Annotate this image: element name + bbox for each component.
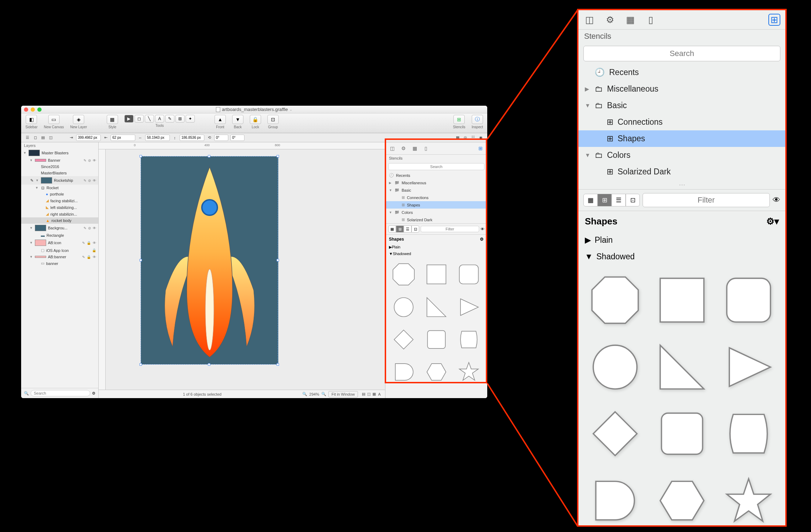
w-input[interactable] — [145, 135, 170, 141]
minimize-button[interactable] — [31, 107, 35, 112]
maximize-button[interactable] — [37, 107, 42, 112]
view-toggle[interactable]: ◉ — [478, 135, 484, 140]
zoom-level[interactable]: 294% — [309, 392, 319, 396]
zoom-stencil-search-input[interactable] — [583, 46, 780, 61]
layers-icon[interactable]: ☰ — [25, 135, 30, 140]
right-stab-row[interactable]: ◢right stabilizin... — [21, 211, 98, 217]
masterblasters-text-row[interactable]: MasterBlasters — [21, 170, 98, 176]
diamond-shape[interactable] — [389, 325, 419, 354]
stamp-tool[interactable]: ✦ — [186, 115, 195, 123]
zoom-star-shape[interactable] — [718, 470, 779, 531]
zoom-roundrect-shape[interactable] — [718, 270, 779, 330]
zoom-recents-row[interactable]: 🕘Recents — [578, 64, 785, 81]
zoom-view-list[interactable]: ☰ — [612, 194, 626, 206]
zoom-triangle-shape[interactable] — [718, 337, 779, 397]
selection-icon[interactable]: ◫ — [48, 135, 54, 140]
zoom-preview-toggle[interactable]: 👁 — [773, 196, 780, 205]
roundrect-shape[interactable] — [454, 260, 484, 289]
zoom-out-icon[interactable]: 🔍 — [302, 392, 307, 396]
document-tab[interactable]: ▯ — [422, 144, 430, 152]
grid-toggle[interactable]: ▦ — [455, 135, 460, 140]
zoom-stencils-tab[interactable]: ⊞ — [768, 14, 780, 26]
front-button[interactable]: ▲ — [215, 115, 226, 124]
zoom-object-tab[interactable]: ◫ — [583, 14, 595, 26]
preview-toggle[interactable]: 👁 — [481, 227, 484, 231]
zoom-connections-row[interactable]: ⊞Connections — [578, 114, 785, 130]
h-input[interactable] — [180, 135, 204, 141]
zoom-right-triangle-shape[interactable] — [652, 337, 712, 397]
zoom-shapes-row[interactable]: ⊞Shapes — [578, 130, 785, 147]
view-large-icons[interactable]: ▦ — [388, 225, 396, 233]
dropdown-caret-icon[interactable]: ⌄ — [290, 108, 292, 111]
ab-icon-row[interactable]: ▼AB:icon✎🔒👁 — [21, 239, 98, 247]
view-mode-3[interactable]: ▦ — [372, 392, 376, 396]
banner-item-row[interactable]: ▭banner — [21, 260, 98, 267]
view-mode-2[interactable]: ◫ — [367, 392, 371, 396]
layer-search-input[interactable] — [31, 390, 90, 396]
view-grid[interactable]: ⊞ — [396, 225, 404, 233]
rocket-body-row[interactable]: ▲rocket body — [21, 217, 98, 224]
zoom-roundrect2-shape[interactable] — [652, 403, 712, 464]
zoom-square-shape[interactable] — [652, 270, 712, 330]
since2016-row[interactable]: Since2016 — [21, 163, 98, 170]
inspect-button[interactable]: ⓘ — [472, 115, 483, 124]
zoom-plain-section[interactable]: ▶Plain — [578, 232, 785, 248]
fit-window-button[interactable]: Fit in Window — [328, 391, 358, 397]
zoom-circle-shape[interactable] — [585, 337, 645, 397]
facing-stab-row[interactable]: ◢facing stabilizi... — [21, 197, 98, 204]
shape-tool[interactable]: ◻ — [135, 115, 144, 123]
canvas-viewport[interactable] — [106, 149, 385, 390]
rectangle-row[interactable]: ▬Rectangle — [21, 232, 98, 239]
snap-toggle[interactable]: ◎ — [463, 135, 468, 140]
stencils-tab[interactable]: ⊞ — [477, 144, 484, 152]
zoom-canvas-tab[interactable]: ▦ — [624, 14, 636, 26]
master-blasters-row[interactable]: ▼Master Blasters — [21, 149, 98, 157]
guides-toggle[interactable]: ☷ — [470, 135, 476, 140]
porthole-row[interactable]: ●porthole — [21, 191, 98, 197]
ab-banner-row[interactable]: ▼AB:banner✎🔒👁 — [21, 254, 98, 260]
right-triangle-shape[interactable] — [421, 292, 451, 322]
section-gear-icon[interactable] — [480, 237, 484, 242]
square-shape[interactable] — [421, 260, 451, 289]
zoom-document-tab[interactable]: ▯ — [645, 14, 657, 26]
zoom-view-large[interactable]: ▦ — [583, 194, 598, 206]
colors-row[interactable]: ▼Colors — [385, 209, 487, 216]
layer-gear-icon[interactable] — [92, 391, 95, 396]
lock-button[interactable]: 🔒 — [250, 115, 261, 124]
zoom-view-grid[interactable]: ⊞ — [598, 194, 612, 206]
view-list[interactable]: ☰ — [404, 225, 411, 233]
shapes-row[interactable]: ⊞Shapes — [385, 201, 487, 209]
back-button[interactable]: ▼ — [232, 115, 243, 124]
view-mode-1[interactable]: ▤ — [361, 392, 366, 396]
diagram-tool[interactable]: ⊞ — [175, 115, 185, 123]
zoom-view-tree[interactable]: ⊡ — [626, 194, 640, 206]
roundrect2-shape[interactable] — [421, 325, 451, 354]
zoom-in-icon[interactable]: 🔍 — [321, 392, 326, 396]
octagon-shape[interactable] — [389, 260, 419, 289]
barrel-shape[interactable] — [454, 325, 484, 354]
zoom-solarized-row[interactable]: ⊞Solarized Dark — [578, 163, 785, 180]
close-button[interactable] — [24, 107, 28, 112]
stencil-search-input[interactable] — [388, 163, 484, 170]
background-row[interactable]: ▼Backgrou...✎⊘👁 — [21, 224, 98, 232]
group-button[interactable]: ⊡ — [267, 115, 279, 124]
stencils-button[interactable]: ⊞ — [453, 115, 465, 124]
ios-icon-row[interactable]: ▢iOS App Icon🔒 — [21, 247, 98, 254]
outline-icon[interactable]: ▤ — [40, 135, 46, 140]
misc-row[interactable]: ▶Miscellaneous — [385, 179, 487, 186]
zoom-hexagon-shape[interactable] — [652, 470, 712, 531]
view-tree[interactable]: ⊡ — [411, 225, 419, 233]
pen-tool[interactable]: ✎ — [165, 115, 174, 123]
circle-shape[interactable] — [389, 292, 419, 322]
view-mode-4[interactable]: A — [377, 392, 382, 396]
zoom-barrel-shape[interactable] — [718, 403, 779, 464]
banner-row[interactable]: ▼Banner✎⊘👁 — [21, 157, 98, 163]
angle-input[interactable] — [214, 135, 228, 141]
line-tool[interactable]: ╲ — [145, 115, 154, 123]
plain-section[interactable]: ▶Plain — [385, 244, 487, 250]
left-stab-row[interactable]: ◣left stabilizing... — [21, 204, 98, 211]
zoom-d-shape[interactable] — [585, 470, 645, 531]
shadowed-section[interactable]: ▼Shadowed — [385, 250, 487, 257]
zoom-octagon-shape[interactable] — [585, 270, 645, 330]
zoom-properties-tab[interactable]: ⚙ — [604, 14, 616, 26]
